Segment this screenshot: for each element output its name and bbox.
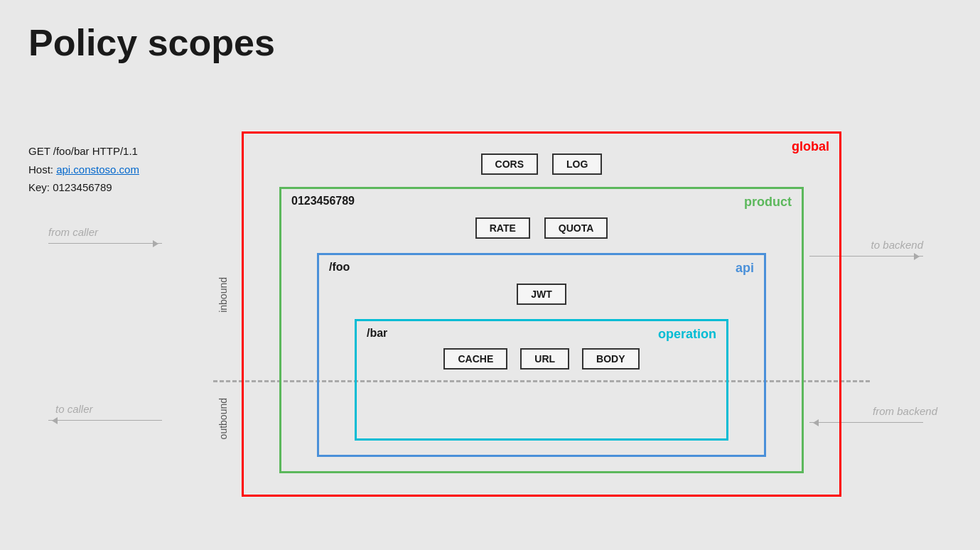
page-title: Policy scopes xyxy=(28,21,275,64)
url-badge: URL xyxy=(520,348,569,370)
request-key: Key: 0123456789 xyxy=(28,178,139,197)
quota-badge: QUOTA xyxy=(544,217,608,239)
global-box: global CORS LOG 0123456789 product RATE … xyxy=(242,131,841,497)
to-caller-label: to caller xyxy=(55,403,93,415)
operation-path: /bar xyxy=(367,327,387,340)
api-box: /foo api JWT /bar operation CACHE URL BO… xyxy=(317,253,766,457)
from-caller-arrow xyxy=(48,243,162,244)
body-badge: BODY xyxy=(582,348,639,370)
product-id: 0123456789 xyxy=(291,195,355,207)
diagram-area: global CORS LOG 0123456789 product RATE … xyxy=(242,131,841,497)
api-policies: JWT xyxy=(319,284,764,305)
api-path: /foo xyxy=(329,261,350,274)
global-policies: CORS LOG xyxy=(244,153,839,175)
product-label: product xyxy=(744,195,792,210)
to-backend-label: to backend xyxy=(871,239,923,251)
cache-badge: CACHE xyxy=(443,348,507,370)
cors-badge: CORS xyxy=(481,153,538,175)
log-badge: LOG xyxy=(552,153,602,175)
operation-policies: CACHE URL BODY xyxy=(357,348,726,370)
global-label: global xyxy=(792,139,829,154)
product-box: 0123456789 product RATE QUOTA /foo api J… xyxy=(279,187,804,473)
from-backend-label: from backend xyxy=(873,405,937,417)
request-info: GET /foo/bar HTTP/1.1 Host: api.constoso… xyxy=(28,142,139,197)
product-policies: RATE QUOTA xyxy=(281,217,802,239)
host-link: api.constoso.com xyxy=(56,163,139,176)
request-host: Host: api.constoso.com xyxy=(28,161,139,179)
rate-badge: RATE xyxy=(475,217,530,239)
from-caller-label: from caller xyxy=(48,226,98,238)
inbound-label: inbound xyxy=(217,277,229,313)
request-line1: GET /foo/bar HTTP/1.1 xyxy=(28,142,139,161)
api-label: api xyxy=(736,261,754,276)
jwt-badge: JWT xyxy=(517,284,566,305)
to-caller-arrow xyxy=(48,420,162,421)
outbound-label: outbound xyxy=(217,398,229,439)
operation-box: /bar operation CACHE URL BODY xyxy=(355,319,728,441)
operation-label: operation xyxy=(658,327,716,342)
